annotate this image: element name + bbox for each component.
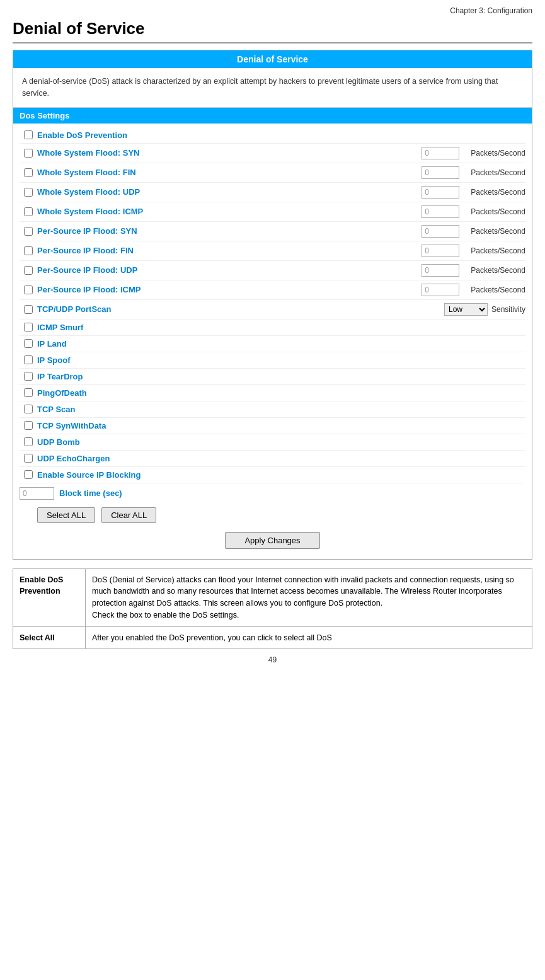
panel-description: A denial-of-service (DoS) attack is char… bbox=[13, 68, 532, 108]
row-whole-icmp: Whole System Flood: ICMP Packets/Second bbox=[20, 202, 525, 222]
checkbox-tcp-synwithdata[interactable] bbox=[24, 421, 33, 430]
info-term-select-all: Select All bbox=[13, 626, 86, 649]
label-ping-of-death: PingOfDeath bbox=[37, 388, 525, 398]
input-whole-syn[interactable] bbox=[422, 147, 459, 159]
label-whole-icmp: Whole System Flood: ICMP bbox=[37, 207, 415, 216]
row-tcp-scan: TCP Scan bbox=[20, 401, 525, 418]
row-enable-source-ip: Enable Source IP Blocking bbox=[20, 467, 525, 483]
label-per-icmp: Per-Source IP Flood: ICMP bbox=[37, 285, 415, 294]
panel-header: Denial of Service bbox=[13, 50, 532, 68]
label-per-syn: Per-Source IP Flood: SYN bbox=[37, 226, 415, 236]
checkbox-enable-source-ip[interactable] bbox=[24, 470, 33, 479]
row-portscan: TCP/UDP PortScan Low Medium High Sensiti… bbox=[20, 300, 525, 320]
checkbox-udp-bomb[interactable] bbox=[24, 437, 33, 446]
label-enable-source-ip: Enable Source IP Blocking bbox=[37, 470, 525, 480]
select-clear-row: Select ALL Clear ALL bbox=[20, 504, 525, 526]
clear-all-button[interactable]: Clear ALL bbox=[101, 507, 156, 523]
sensitivity-container: Low Medium High Sensitivity bbox=[438, 303, 525, 316]
label-enable-dos: Enable DoS Prevention bbox=[37, 130, 525, 140]
row-per-udp: Per-Source IP Flood: UDP Packets/Second bbox=[20, 261, 525, 280]
info-desc-enable-dos: DoS (Denial of Service) attacks can floo… bbox=[86, 568, 532, 626]
checkbox-enable-dos[interactable] bbox=[24, 130, 33, 139]
row-icmp-smurf: ICMP Smurf bbox=[20, 320, 525, 336]
info-row-select-all: Select All After you enabled the DoS pre… bbox=[13, 626, 532, 649]
info-desc-select-all: After you enabled the DoS prevention, yo… bbox=[86, 626, 532, 649]
checkbox-per-syn[interactable] bbox=[24, 227, 33, 236]
checkbox-per-fin[interactable] bbox=[24, 246, 33, 255]
unit-whole-icmp: Packets/Second bbox=[471, 207, 525, 216]
label-tcp-scan: TCP Scan bbox=[37, 405, 525, 414]
label-per-udp: Per-Source IP Flood: UDP bbox=[37, 265, 415, 275]
main-panel: Denial of Service A denial-of-service (D… bbox=[13, 50, 532, 560]
label-per-fin: Per-Source IP Flood: FIN bbox=[37, 246, 415, 255]
block-time-row: Block time (sec) bbox=[20, 483, 525, 504]
checkbox-whole-fin[interactable] bbox=[24, 168, 33, 177]
label-portscan: TCP/UDP PortScan bbox=[37, 304, 438, 314]
row-ip-land: IP Land bbox=[20, 336, 525, 352]
checkbox-whole-icmp[interactable] bbox=[24, 207, 33, 216]
label-udp-echo: UDP EchoChargen bbox=[37, 454, 525, 463]
label-whole-syn: Whole System Flood: SYN bbox=[37, 148, 415, 158]
label-ip-teardrop: IP TearDrop bbox=[37, 372, 525, 381]
input-whole-fin[interactable] bbox=[422, 166, 459, 179]
checkbox-whole-udp[interactable] bbox=[24, 188, 33, 197]
apply-changes-button[interactable]: Apply Changes bbox=[225, 532, 319, 549]
info-table: Enable DoSPrevention DoS (Denial of Serv… bbox=[13, 568, 532, 650]
label-icmp-smurf: ICMP Smurf bbox=[37, 323, 525, 332]
checkbox-icmp-smurf[interactable] bbox=[24, 323, 33, 331]
unit-per-syn: Packets/Second bbox=[471, 227, 525, 236]
row-whole-fin: Whole System Flood: FIN Packets/Second bbox=[20, 163, 525, 183]
info-term-enable-dos: Enable DoSPrevention bbox=[13, 568, 86, 626]
row-ip-teardrop: IP TearDrop bbox=[20, 369, 525, 385]
checkbox-ip-spoof[interactable] bbox=[24, 355, 33, 364]
label-ip-spoof: IP Spoof bbox=[37, 355, 525, 365]
label-udp-bomb: UDP Bomb bbox=[37, 437, 525, 447]
row-per-fin: Per-Source IP Flood: FIN Packets/Second bbox=[20, 241, 525, 261]
row-whole-syn: Whole System Flood: SYN Packets/Second bbox=[20, 144, 525, 163]
label-whole-fin: Whole System Flood: FIN bbox=[37, 168, 415, 177]
row-per-syn: Per-Source IP Flood: SYN Packets/Second bbox=[20, 222, 525, 241]
row-udp-echo: UDP EchoChargen bbox=[20, 451, 525, 467]
chapter-reference: Chapter 3: Configuration bbox=[13, 6, 532, 15]
row-tcp-synwithdata: TCP SynWithData bbox=[20, 418, 525, 434]
checkbox-udp-echo[interactable] bbox=[24, 454, 33, 463]
settings-body: Enable DoS Prevention Whole System Flood… bbox=[13, 124, 532, 559]
page-title: Denial of Service bbox=[13, 19, 532, 43]
row-udp-bomb: UDP Bomb bbox=[20, 434, 525, 451]
row-whole-udp: Whole System Flood: UDP Packets/Second bbox=[20, 183, 525, 202]
input-whole-icmp[interactable] bbox=[422, 205, 459, 218]
input-per-udp[interactable] bbox=[422, 264, 459, 277]
row-enable-dos: Enable DoS Prevention bbox=[20, 127, 525, 144]
row-ip-spoof: IP Spoof bbox=[20, 352, 525, 369]
unit-whole-syn: Packets/Second bbox=[471, 149, 525, 158]
row-per-icmp: Per-Source IP Flood: ICMP Packets/Second bbox=[20, 280, 525, 300]
apply-row: Apply Changes bbox=[20, 526, 525, 553]
label-ip-land: IP Land bbox=[37, 339, 525, 349]
sensitivity-select[interactable]: Low Medium High bbox=[444, 303, 488, 316]
unit-per-icmp: Packets/Second bbox=[471, 285, 525, 294]
label-tcp-synwithdata: TCP SynWithData bbox=[37, 421, 525, 430]
unit-whole-udp: Packets/Second bbox=[471, 188, 525, 197]
checkbox-ping-of-death[interactable] bbox=[24, 388, 33, 397]
select-all-button[interactable]: Select ALL bbox=[37, 507, 95, 523]
dos-settings-header: Dos Settings bbox=[13, 108, 532, 124]
checkbox-portscan[interactable] bbox=[24, 305, 33, 314]
checkbox-per-udp[interactable] bbox=[24, 266, 33, 275]
sensitivity-label: Sensitivity bbox=[491, 305, 525, 314]
unit-whole-fin: Packets/Second bbox=[471, 168, 525, 177]
label-whole-udp: Whole System Flood: UDP bbox=[37, 187, 415, 197]
input-per-syn[interactable] bbox=[422, 225, 459, 238]
row-ping-of-death: PingOfDeath bbox=[20, 385, 525, 401]
input-per-fin[interactable] bbox=[422, 245, 459, 257]
input-whole-udp[interactable] bbox=[422, 186, 459, 199]
unit-per-fin: Packets/Second bbox=[471, 246, 525, 255]
checkbox-per-icmp[interactable] bbox=[24, 285, 33, 294]
checkbox-ip-teardrop[interactable] bbox=[24, 372, 33, 381]
checkbox-tcp-scan[interactable] bbox=[24, 405, 33, 413]
block-time-input[interactable] bbox=[20, 487, 54, 500]
block-time-label: Block time (sec) bbox=[59, 488, 122, 498]
info-row-enable-dos: Enable DoSPrevention DoS (Denial of Serv… bbox=[13, 568, 532, 626]
checkbox-whole-syn[interactable] bbox=[24, 149, 33, 158]
input-per-icmp[interactable] bbox=[422, 284, 459, 296]
checkbox-ip-land[interactable] bbox=[24, 339, 33, 348]
